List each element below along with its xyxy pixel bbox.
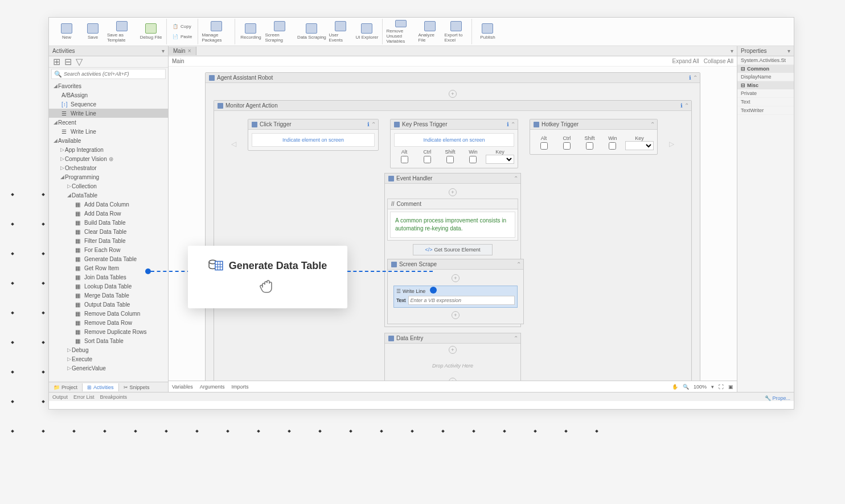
info-icon[interactable]: ℹ [680, 102, 683, 109]
tab-main[interactable]: Main × [169, 47, 196, 55]
tree-item-generate-data-table[interactable]: ▦Generate Data Table [49, 254, 168, 263]
expand-all-button[interactable]: Expand All [672, 58, 699, 64]
click-trigger-activity[interactable]: Click Triggerℹ⌃ Indicate element on scre… [248, 119, 379, 151]
tree-item-remove-duplicate-rows[interactable]: ▦Remove Duplicate Rows [49, 327, 168, 336]
monitor-agent-container[interactable]: Monitor Agent Actionℹ⌃ ◁ Click Triggerℹ⌃… [214, 100, 692, 381]
overview-icon[interactable]: ▣ [728, 384, 733, 390]
props-misc-section[interactable]: ⊟Misc [737, 81, 794, 89]
add-activity-button[interactable]: + [449, 378, 457, 381]
package-icon[interactable]: ⊞ [52, 58, 60, 66]
tree-item-lookup-data-table[interactable]: ▦Lookup Data Table [49, 282, 168, 291]
collapse-all-button[interactable]: Collapse All [704, 58, 733, 64]
publish-button[interactable]: Publish [475, 20, 499, 44]
ctrl-checkbox[interactable] [563, 142, 571, 150]
breadcrumb[interactable]: Main [172, 58, 184, 64]
arguments-tab[interactable]: Arguments [200, 384, 225, 390]
tree-item-remove-data-column[interactable]: ▦Remove Data Column [49, 309, 168, 318]
output-tab[interactable]: Output [52, 394, 68, 400]
workflow-canvas[interactable]: Agent Assistant Robotℹ⌃ + Monitor Agent … [169, 67, 737, 381]
tree-item-sort-data-table[interactable]: ▦Sort Data Table [49, 336, 168, 345]
alt-checkbox[interactable] [540, 142, 548, 150]
collapse-icon[interactable]: ⌃ [516, 261, 521, 267]
tab-project[interactable]: 📁 Project [49, 383, 82, 391]
screen-scrape-activity[interactable]: Screen Scrape⌃ + ☰Write Line Text [387, 259, 524, 324]
tree-item-clear-data-table[interactable]: ▦Clear Data Table [49, 227, 168, 236]
key-select[interactable] [486, 155, 514, 164]
data-scraping-button[interactable]: Data Scraping [297, 20, 326, 44]
win-checkbox[interactable] [609, 142, 616, 150]
user-events-button[interactable]: User Events [329, 20, 352, 44]
tree-item-writeline-recent[interactable]: ☰Write Line [49, 127, 168, 136]
save-as-template-button[interactable]: Save as Template [107, 20, 137, 44]
tree-section-recent[interactable]: ◢Recent [49, 118, 168, 127]
info-icon[interactable]: ℹ [507, 121, 509, 127]
screen-scraping-button[interactable]: Screen Scraping [265, 20, 294, 44]
tree-item-filter-data-table[interactable]: ▦Filter Data Table [49, 236, 168, 245]
debug-file-button[interactable]: Debug File [139, 20, 163, 44]
search-activities-box[interactable]: 🔍 [51, 69, 166, 79]
manage-packages-button[interactable]: Manage Packages [202, 20, 231, 44]
collapse-icon[interactable]: ⌃ [684, 102, 689, 109]
error-list-tab[interactable]: Error List [73, 394, 95, 400]
prop-displayname[interactable]: DisplayName [737, 73, 794, 81]
keypress-trigger-activity[interactable]: Key Press Triggerℹ⌃ Indicate element on … [390, 119, 518, 168]
search-icon[interactable]: 🔍 [683, 384, 689, 390]
analyze-file-button[interactable]: Analyze File [418, 20, 442, 44]
prev-trigger-icon[interactable]: ◁ [231, 140, 236, 148]
collapse-icon[interactable]: ⌃ [514, 335, 518, 341]
next-trigger-icon[interactable]: ▷ [669, 140, 674, 148]
package2-icon[interactable]: ⊟ [64, 58, 72, 66]
info-icon[interactable]: ℹ [689, 75, 691, 81]
properties-footer-link[interactable]: 🔧 Prope... [765, 395, 790, 401]
indicate-element-link[interactable]: Indicate element on screen [252, 133, 375, 147]
tree-item-assign[interactable]: A/BAssign [49, 90, 168, 100]
collapse-icon[interactable]: ⌃ [371, 121, 376, 127]
tree-item-sequence[interactable]: [↕]Sequence [49, 100, 168, 109]
tree-item-merge-data-table[interactable]: ▦Merge Data Table [49, 291, 168, 300]
get-source-element-activity[interactable]: </>Get Source Element [413, 244, 493, 255]
zoom-level[interactable]: 100% [694, 384, 707, 390]
breakpoints-tab[interactable]: Breakpoints [100, 394, 128, 400]
copy-button[interactable]: 📋 Copy [170, 22, 194, 32]
indicate-element-link[interactable]: Indicate element on screen [394, 133, 514, 147]
tree-item-debug[interactable]: ▷Debug [49, 345, 168, 354]
tree-item-add-data-row[interactable]: ▦Add Data Row [49, 209, 168, 218]
shift-checkbox[interactable] [586, 142, 593, 150]
hotkey-trigger-activity[interactable]: Hotkey Trigger⌃ Alt Ctrl Shift Win Key [530, 119, 658, 155]
tree-section-favorites[interactable]: ◢Favorites [49, 81, 168, 90]
agent-assistant-container[interactable]: Agent Assistant Robotℹ⌃ + Monitor Agent … [205, 72, 700, 381]
collapse-icon[interactable]: ⌃ [693, 75, 698, 81]
panel-dropdown-icon[interactable]: ▾ [727, 48, 737, 54]
ui-explorer-button[interactable]: UI Explorer [355, 20, 379, 44]
prop-textwriter[interactable]: TextWriter [737, 106, 794, 115]
fit-screen-icon[interactable]: ⛶ [719, 384, 724, 390]
filter-icon[interactable]: ▽ [75, 58, 83, 66]
tab-activities[interactable]: ⊞ Activities [82, 383, 119, 391]
tree-item-genericvalue[interactable]: ▷GenericValue [49, 363, 168, 373]
tree-item-remove-data-row[interactable]: ▦Remove Data Row [49, 318, 168, 327]
variables-tab[interactable]: Variables [172, 384, 193, 390]
prop-text[interactable]: Text [737, 98, 794, 106]
tree-item-output-data-table[interactable]: ▦Output Data Table [49, 300, 168, 309]
tree-item-app-integration[interactable]: ▷App Integration [49, 145, 168, 154]
imports-tab[interactable]: Imports [231, 384, 248, 390]
search-input[interactable] [64, 71, 163, 77]
export-excel-button[interactable]: Export to Excel [444, 20, 468, 44]
tree-item-execute[interactable]: ▷Execute [49, 354, 168, 363]
tab-snippets[interactable]: ✂ Snippets [119, 383, 154, 391]
add-activity-button[interactable]: + [449, 188, 457, 196]
tree-item-build-data-table[interactable]: ▦Build Data Table [49, 218, 168, 227]
recording-button[interactable]: Recording [239, 20, 262, 44]
save-button[interactable]: Save [81, 20, 105, 44]
shift-checkbox[interactable] [446, 156, 454, 163]
tree-item-datatable[interactable]: ◢DataTable [49, 191, 168, 200]
tree-item-orchestrator[interactable]: ▷Orchestrator [49, 163, 168, 172]
add-activity-button[interactable]: + [452, 311, 460, 319]
prop-private[interactable]: Private [737, 89, 794, 98]
tree-item-computer-vision[interactable]: ▷Computer Vision ⊛ [49, 154, 168, 163]
win-checkbox[interactable] [469, 156, 477, 163]
vb-expression-input[interactable] [408, 296, 515, 305]
collapse-icon[interactable]: ⌃ [511, 121, 515, 127]
tree-item-for-each-row[interactable]: ▦For Each Row [49, 245, 168, 254]
tree-item-writeline-fav[interactable]: ☰Write Line [49, 109, 168, 118]
